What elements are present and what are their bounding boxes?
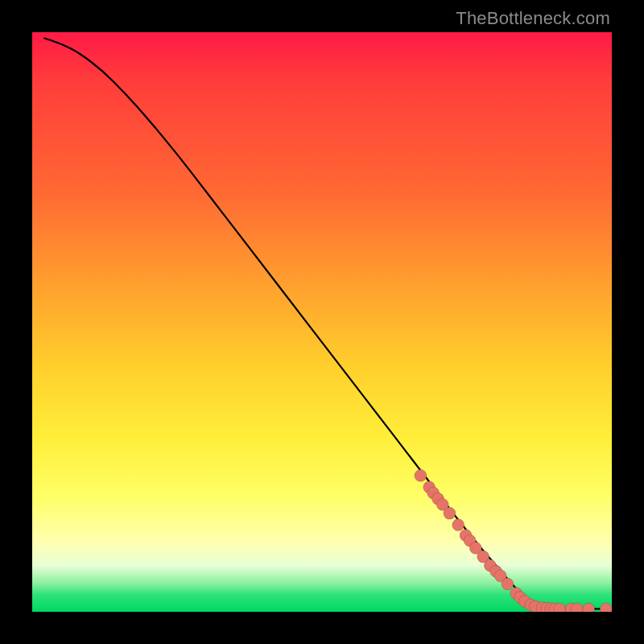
scatter-point [600,603,612,612]
scatter-points-group [415,469,612,612]
bottleneck-curve [43,38,605,609]
scatter-point [502,578,514,590]
watermark-text: TheBottleneck.com [456,8,610,29]
scatter-point [452,519,464,531]
scatter-point [415,469,427,481]
chart-frame [32,32,612,612]
scatter-point [444,507,456,519]
chart-svg [32,32,612,612]
scatter-point [583,603,595,612]
